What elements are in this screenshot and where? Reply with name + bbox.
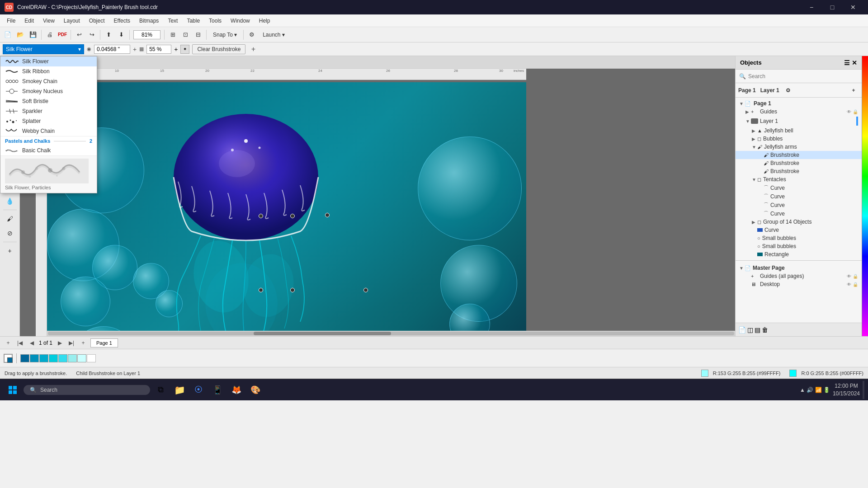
side-color-bar[interactable]: [862, 56, 868, 336]
tree-group14[interactable]: ▶ ◻ Group of 14 Objects: [736, 218, 862, 226]
control-point-1[interactable]: [259, 214, 263, 218]
taskbar-task-view[interactable]: ⧉: [152, 381, 169, 399]
nav-next-button[interactable]: ▶: [55, 338, 64, 347]
canvas-wrapper[interactable]: 5 10 15 20 22 24 26 28 30 inches: [20, 69, 735, 336]
redo-button[interactable]: ↪: [86, 29, 98, 41]
tree-guides[interactable]: ▶ + Guides 👁 🔒: [736, 108, 862, 116]
nav-add-page-button[interactable]: +: [4, 338, 13, 347]
opacity-add-button[interactable]: +: [174, 46, 178, 53]
brush-size-input[interactable]: [94, 45, 130, 54]
dropdown-webby-chain[interactable]: Webby Chain: [0, 126, 97, 136]
panel-close-button[interactable]: ✕: [852, 59, 857, 66]
dropdown-basic-chalk[interactable]: Basic Chalk: [0, 145, 97, 155]
control-point-3[interactable]: [325, 213, 330, 217]
start-button[interactable]: [4, 381, 22, 399]
dropdown-sparkler[interactable]: Sparkler: [0, 106, 97, 116]
color-swatch-teal1[interactable]: [20, 354, 29, 362]
color-swatch-teal4[interactable]: [49, 354, 58, 362]
taskbar-chrome[interactable]: ⦿: [190, 381, 207, 399]
color-swatch-white[interactable]: [87, 354, 96, 362]
minimize-button[interactable]: −: [801, 0, 822, 14]
tree-small-bubbles-1[interactable]: ○ Small bubbles: [736, 234, 862, 242]
color-swatch-teal5[interactable]: [58, 354, 67, 362]
nib-button[interactable]: ✦: [180, 45, 189, 54]
menu-text[interactable]: Text: [163, 16, 182, 26]
eraser-tool[interactable]: ⊘: [3, 226, 17, 240]
tree-curve-1[interactable]: ⌒ Curve: [736, 183, 862, 192]
close-button[interactable]: ✕: [843, 0, 863, 14]
tree-curve-4[interactable]: ⌒ Curve: [736, 209, 862, 218]
brush-tool[interactable]: 🖌: [3, 212, 17, 225]
color-swatch-white2[interactable]: [77, 354, 86, 362]
opacity-input[interactable]: [146, 45, 171, 54]
nav-add-end-button[interactable]: +: [79, 338, 88, 347]
settings-button[interactable]: ⚙: [246, 29, 258, 41]
dropdown-smokey-chain[interactable]: Smokey Chain: [0, 76, 97, 86]
snap-to-button[interactable]: Snap To ▾: [209, 30, 241, 40]
menu-tools[interactable]: Tools: [204, 16, 226, 26]
dropdown-soft-bristle[interactable]: Soft Bristle: [0, 96, 97, 106]
tree-curve-colored[interactable]: Curve: [736, 226, 862, 234]
dropdown-silk-ribbon[interactable]: Silk Ribbon: [0, 66, 97, 76]
menu-edit[interactable]: Edit: [20, 16, 38, 26]
tree-small-bubbles-2[interactable]: ○ Small bubbles: [736, 242, 862, 250]
taskbar-app1[interactable]: 🎨: [247, 381, 264, 399]
brush-dropdown[interactable]: Silk Flower ▾: [3, 44, 84, 54]
dropdown-silk-flower[interactable]: Silk Flower: [0, 56, 97, 66]
nav-first-button[interactable]: |◀: [15, 338, 24, 347]
panel-layer-icon[interactable]: ◫: [747, 326, 753, 333]
tree-tentacles[interactable]: ▼ ◻ Tentacles: [736, 175, 862, 183]
taskbar-firefox[interactable]: 🦊: [228, 381, 245, 399]
objects-search-input[interactable]: [748, 73, 858, 80]
fill-swatch[interactable]: [4, 354, 13, 363]
add-tool[interactable]: +: [3, 244, 17, 258]
tree-layer1[interactable]: ▼ Layer 1: [736, 116, 862, 127]
panel-menu-button[interactable]: ☰: [844, 59, 850, 66]
color-picker-tool[interactable]: 💧: [3, 194, 17, 208]
control-point-7[interactable]: [363, 288, 368, 292]
menu-help[interactable]: Help: [255, 16, 275, 26]
nav-prev-button[interactable]: ◀: [27, 338, 36, 347]
undo-button[interactable]: ↩: [73, 29, 85, 41]
tree-curve-3[interactable]: ⌒ Curve: [736, 201, 862, 209]
horizontal-scrollbar[interactable]: [47, 331, 735, 336]
tree-master-page[interactable]: ▼ 📄 Master Page: [736, 264, 862, 272]
taskbar-phone[interactable]: 📱: [209, 381, 226, 399]
color-swatch-teal3[interactable]: [39, 354, 48, 362]
show-desktop-button[interactable]: [863, 381, 864, 399]
tree-curve-2[interactable]: ⌒ Curve: [736, 192, 862, 201]
page-1-tab[interactable]: Page 1: [90, 338, 118, 347]
print-button[interactable]: 🖨: [44, 29, 56, 41]
open-button[interactable]: 📂: [14, 29, 26, 41]
panel-settings-button[interactable]: ⚙: [783, 85, 794, 96]
tree-bubbles[interactable]: ▶ ◻ Bubbles: [736, 135, 862, 143]
color-swatch-white1[interactable]: [68, 354, 77, 362]
pdf-button[interactable]: PDF: [57, 29, 68, 41]
tree-brushstroke-2[interactable]: 🖌 Brushstroke: [736, 159, 862, 167]
dropdown-smokey-nucleus[interactable]: Smokey Nucleus: [0, 86, 97, 96]
tree-guides-all-pages[interactable]: + Guides (all pages) 👁 🔒: [736, 272, 862, 280]
menu-view[interactable]: View: [38, 16, 59, 26]
menu-effects[interactable]: Effects: [109, 16, 135, 26]
panel-delete-button[interactable]: 🗑: [762, 326, 768, 333]
maximize-button[interactable]: □: [822, 0, 843, 14]
clear-brushstroke-button[interactable]: Clear Brushstroke: [192, 44, 245, 54]
control-point-4[interactable]: [259, 288, 263, 292]
save-button[interactable]: 💾: [27, 29, 39, 41]
menu-table[interactable]: Table: [182, 16, 204, 26]
tree-jellyfish-bell[interactable]: ▶ ▲ Jellyfish bell: [736, 127, 862, 135]
add-brushstroke-button[interactable]: +: [248, 44, 258, 54]
tree-jellyfish-arms[interactable]: ▼ 🖌 Jellyfish arms: [736, 143, 862, 151]
tree-brushstroke-1[interactable]: 🖌 Brushstroke: [736, 151, 862, 159]
zoom-level[interactable]: 81%: [133, 30, 160, 39]
tree-rectangle[interactable]: Rectangle: [736, 250, 862, 258]
panel-page-icon[interactable]: 📄: [738, 326, 746, 333]
panel-add-button[interactable]: +: [848, 85, 859, 96]
tree-desktop[interactable]: 🖥 Desktop 👁 🔒: [736, 280, 862, 288]
taskbar-search-box[interactable]: 🔍 Search: [24, 385, 150, 395]
grid-button[interactable]: ⊟: [192, 29, 204, 41]
menu-layout[interactable]: Layout: [59, 16, 85, 26]
canvas[interactable]: [47, 82, 526, 336]
color-swatch-teal2[interactable]: [30, 354, 39, 362]
dropdown-splatter[interactable]: Splatter: [0, 116, 97, 126]
